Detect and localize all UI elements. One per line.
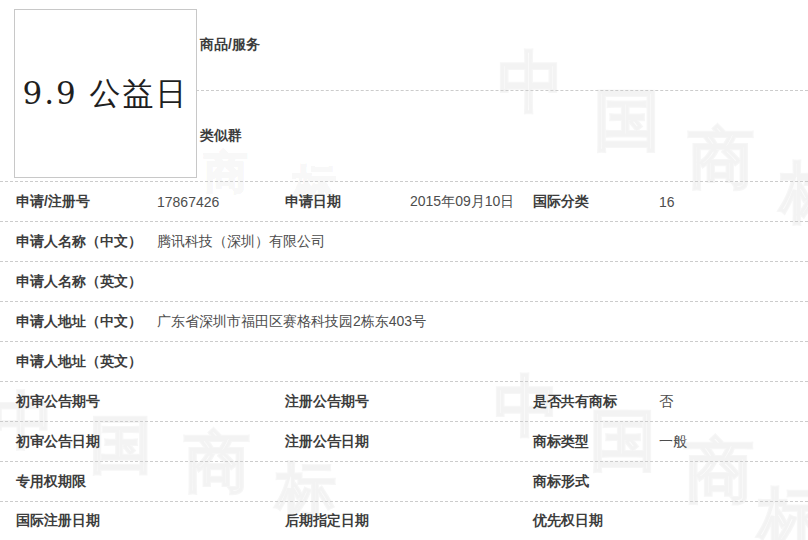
intl-reg-date-label: 国际注册日期 <box>16 512 157 530</box>
field-row-intl-dates: 国际注册日期 后期指定日期 优先权日期 <box>0 502 808 539</box>
similar-group-label: 类似群 <box>200 127 242 145</box>
trademark-image-text: 9.9 公益日 <box>22 73 188 115</box>
apply-date-value: 2015年09月10日 <box>410 193 533 211</box>
field-row-announcement-no: 初审公告期号 注册公告期号 是否共有商标 否 <box>0 382 808 422</box>
applicant-addr-en-label: 申请人地址（英文） <box>16 353 157 371</box>
is-shared-mark-label: 是否共有商标 <box>533 393 659 411</box>
applicant-name-cn-label: 申请人名称（中文） <box>16 233 157 251</box>
reg-announce-date-label: 注册公告日期 <box>285 433 410 451</box>
is-shared-mark-value: 否 <box>659 393 808 411</box>
reg-no-label: 申请/注册号 <box>16 193 157 211</box>
applicant-addr-cn-value: 广东省深圳市福田区赛格科技园2栋东403号 <box>157 313 808 331</box>
header-right: 商品/服务 类似群 <box>196 0 808 181</box>
reg-no-value: 17867426 <box>157 194 285 210</box>
applicant-name-cn-value: 腾讯科技（深圳）有限公司 <box>157 233 808 251</box>
reg-announce-no-label: 注册公告期号 <box>285 393 410 411</box>
field-row-applicant-addr-cn: 申请人地址（中文） 广东省深圳市福田区赛格科技园2栋东403号 <box>0 302 808 342</box>
intl-class-value: 16 <box>659 194 808 210</box>
goods-services-row: 商品/服务 <box>196 0 808 91</box>
trademark-header: 9.9 公益日 商品/服务 类似群 <box>0 0 808 182</box>
field-row-applicant-name-en: 申请人名称（英文） <box>0 262 808 302</box>
tm-form-label: 商标形式 <box>533 473 659 491</box>
applicant-addr-cn-label: 申请人地址（中文） <box>16 313 157 331</box>
field-row-applicant-name-cn: 申请人名称（中文） 腾讯科技（深圳）有限公司 <box>0 222 808 262</box>
field-row-announcement-date: 初审公告日期 注册公告日期 商标类型 一般 <box>0 422 808 462</box>
trademark-image-box: 9.9 公益日 <box>14 9 197 178</box>
trademark-detail-page: 标中国商标商标中国商标中国商标 9.9 公益日 商品/服务 类似群 申请/注册号… <box>0 0 808 540</box>
similar-group-row: 类似群 <box>196 91 808 181</box>
tm-type-label: 商标类型 <box>533 433 659 451</box>
applicant-name-en-label: 申请人名称（英文） <box>16 273 157 291</box>
exclusive-period-label: 专用权期限 <box>16 473 157 491</box>
intl-class-label: 国际分类 <box>533 193 659 211</box>
first-trial-date-label: 初审公告日期 <box>16 433 157 451</box>
field-row-registration: 申请/注册号 17867426 申请日期 2015年09月10日 国际分类 16 <box>0 182 808 222</box>
later-designation-date-label: 后期指定日期 <box>285 512 410 530</box>
field-row-exclusive-period: 专用权期限 商标形式 <box>0 462 808 502</box>
goods-services-label: 商品/服务 <box>200 36 260 54</box>
field-row-applicant-addr-en: 申请人地址（英文） <box>0 342 808 382</box>
apply-date-label: 申请日期 <box>285 193 410 211</box>
first-trial-no-label: 初审公告期号 <box>16 393 157 411</box>
tm-type-value: 一般 <box>659 433 808 451</box>
priority-date-label: 优先权日期 <box>533 512 659 530</box>
